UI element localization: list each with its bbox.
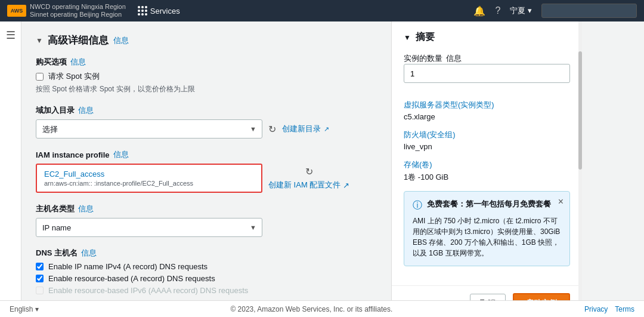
- copyright: © 2023, Amazon Web Services, Inc. or its…: [230, 305, 392, 313]
- hostname-label: 主机名类型 信息: [36, 204, 377, 214]
- services-label: Services: [150, 7, 180, 16]
- bell-icon[interactable]: 🔔: [473, 5, 485, 17]
- purchase-options-info[interactable]: 信息: [70, 57, 86, 67]
- storage-label[interactable]: 存储(卷): [404, 159, 570, 170]
- logo-line2: Sinnet operating Beijing Region: [30, 11, 126, 19]
- dns-checkbox-1[interactable]: [36, 275, 44, 282]
- purchase-options-label: 购买选项 信息: [36, 57, 377, 67]
- dns-label-0: Enable IP name IPv4 (A record) DNS reque…: [48, 262, 208, 271]
- logo: AWS NWCD operating Ningxia Region Sinnet…: [7, 3, 126, 19]
- hostname-info[interactable]: 信息: [78, 204, 94, 214]
- free-tier-icon: ⓘ: [413, 199, 422, 212]
- dns-option-2: Enable resource-based IPv6 (AAAA record)…: [36, 286, 377, 295]
- summary-heading: ▼ 摘要: [404, 31, 570, 44]
- create-directory-button[interactable]: 创建新目录 ↗: [282, 124, 329, 134]
- logo-line1: NWCD operating Ningxia Region: [30, 3, 126, 11]
- iam-refresh-button[interactable]: ↻: [268, 166, 349, 177]
- section-title: 高级详细信息: [48, 33, 109, 47]
- menu-icon: ☰: [6, 29, 16, 42]
- create-iam-label: 创建新 IAM 配置文件: [268, 180, 340, 190]
- storage-item: 存储(卷) 1卷 -100 GiB: [404, 159, 570, 183]
- instance-type-value: c5.xlarge: [404, 112, 570, 121]
- section-info-link[interactable]: 信息: [113, 35, 129, 46]
- section-heading: ▼ 高级详细信息 信息: [36, 33, 377, 47]
- instance-count-label: 实例的数量: [404, 53, 442, 64]
- region-selector[interactable]: 宁夏 ▾: [510, 5, 532, 16]
- purchase-options-group: 购买选项 信息 请求 Spot 实例 按照 Spot 价格请求 Spot 实例，…: [36, 57, 377, 94]
- dns-checkbox-0[interactable]: [36, 263, 44, 270]
- directory-select-wrapper: 选择 ▼: [36, 119, 262, 139]
- iam-row: EC2_Full_access arn:aws-cn:iam:: :instan…: [36, 164, 377, 193]
- iam-profile-box[interactable]: EC2_Full_access arn:aws-cn:iam:: :instan…: [36, 164, 262, 193]
- directory-row: 选择 ▼ ↻ 创建新目录 ↗: [36, 119, 377, 139]
- free-tier-title: 免费套餐：第一年包括每月免费套餐: [427, 199, 561, 210]
- search-input[interactable]: [541, 4, 637, 18]
- dns-info[interactable]: 信息: [81, 248, 97, 258]
- firewall-label[interactable]: 防火墙(安全组): [404, 130, 570, 140]
- language-label: English ▾: [10, 305, 39, 313]
- top-nav: AWS NWCD operating Ningxia Region Sinnet…: [0, 0, 644, 21]
- footer-links: Privacy Terms: [584, 305, 634, 313]
- bottom-bar: English ▾ © 2023, Amazon Web Services, I…: [0, 300, 644, 317]
- spot-description: 按照 Spot 价格请求 Spot 实例，以竞价价格为上限: [36, 84, 377, 94]
- sidebar-toggle[interactable]: ☰: [0, 21, 21, 317]
- directory-label: 域加入目录 信息: [36, 105, 377, 116]
- summary-title: 摘要: [416, 31, 435, 44]
- instance-count-input[interactable]: [404, 64, 570, 83]
- directory-refresh-button[interactable]: ↻: [268, 124, 276, 135]
- create-directory-label: 创建新目录: [282, 124, 321, 134]
- spot-label: 请求 Spot 实例: [48, 71, 100, 82]
- language-selector[interactable]: English ▾: [10, 305, 39, 313]
- scrollbar-track: [578, 21, 582, 317]
- main-content: ▼ 高级详细信息 信息 购买选项 信息 请求 Spot 实例 按照 Spot 价…: [21, 21, 391, 317]
- directory-select[interactable]: 选择: [36, 119, 262, 139]
- hostname-select[interactable]: IP name: [36, 218, 262, 237]
- services-nav[interactable]: Services: [138, 6, 180, 16]
- iam-profile-group: IAM instance profile 信息 EC2_Full_access …: [36, 149, 377, 193]
- iam-profile-name: EC2_Full_access: [44, 170, 254, 178]
- spot-checkbox[interactable]: [36, 73, 44, 81]
- logo-image: AWS: [7, 5, 26, 17]
- privacy-link[interactable]: Privacy: [584, 305, 608, 313]
- hostname-select-wrapper: IP name ▼: [36, 218, 262, 237]
- free-tier-box: ⓘ 免费套餐：第一年包括每月免费套餐 × AMI 上的 750 小时 t2.mi…: [404, 191, 570, 266]
- section-arrow: ▼: [36, 36, 43, 45]
- free-tier-close-button[interactable]: ×: [558, 196, 564, 207]
- create-iam-button[interactable]: 创建新 IAM 配置文件 ↗: [268, 180, 349, 190]
- dns-option-0: Enable IP name IPv4 (A record) DNS reque…: [36, 262, 377, 271]
- instance-type-label[interactable]: 虚拟服务器类型(实例类型): [404, 100, 570, 110]
- scrollbar-thumb[interactable]: [578, 51, 582, 170]
- instance-count-item: 实例的数量 信息: [404, 53, 570, 91]
- dns-option-1: Enable resource-based (A record) DNS req…: [36, 274, 377, 283]
- storage-value: 1卷 -100 GiB: [404, 172, 570, 183]
- instance-count-info[interactable]: 信息: [446, 53, 462, 64]
- dns-label-1: Enable resource-based (A record) DNS req…: [48, 274, 215, 283]
- spot-instance-row: 请求 Spot 实例: [36, 71, 377, 82]
- dns-label: DNS 主机名 信息: [36, 248, 377, 258]
- instance-count-label-row: 实例的数量 信息: [404, 53, 570, 64]
- dns-label-2: Enable resource-based IPv6 (AAAA record)…: [48, 286, 248, 295]
- nav-icons: 🔔 ? 宁夏 ▾: [473, 4, 637, 18]
- iam-actions: ↻ 创建新 IAM 配置文件 ↗: [268, 164, 349, 190]
- firewall-value: live_vpn: [404, 142, 570, 151]
- summary-arrow: ▼: [404, 33, 411, 42]
- free-tier-text: AMI 上的 750 小时 t2.micro（在 t2.micro 不可用的区域…: [413, 216, 561, 258]
- dns-group: DNS 主机名 信息 Enable IP name IPv4 (A record…: [36, 248, 377, 295]
- firewall-item: 防火墙(安全组) live_vpn: [404, 130, 570, 151]
- right-panel-inner: ▼ 摘要 实例的数量 信息 虚拟服务器类型(实例类型) c5.xlarge 防火…: [392, 21, 582, 285]
- directory-group: 域加入目录 信息 选择 ▼ ↻ 创建新目录 ↗: [36, 105, 377, 139]
- create-iam-ext-icon: ↗: [343, 181, 349, 190]
- logo-text: NWCD operating Ningxia Region Sinnet ope…: [30, 3, 126, 19]
- terms-link[interactable]: Terms: [615, 305, 634, 313]
- iam-profile-label: IAM instance profile 信息: [36, 149, 377, 160]
- directory-info[interactable]: 信息: [78, 105, 94, 116]
- right-panel: ▼ 摘要 实例的数量 信息 虚拟服务器类型(实例类型) c5.xlarge 防火…: [391, 21, 582, 317]
- iam-info-link[interactable]: 信息: [113, 149, 129, 160]
- free-tier-header: ⓘ 免费套餐：第一年包括每月免费套餐 ×: [413, 199, 561, 212]
- hostname-group: 主机名类型 信息 IP name ▼: [36, 204, 377, 237]
- create-directory-ext-icon: ↗: [324, 125, 329, 133]
- help-icon[interactable]: ?: [495, 5, 500, 16]
- main-layout: ☰ ▼ 高级详细信息 信息 购买选项 信息 请求 Spot 实例 按照 Spot…: [0, 21, 644, 317]
- instance-type-item: 虚拟服务器类型(实例类型) c5.xlarge: [404, 100, 570, 121]
- grid-icon: [138, 6, 147, 16]
